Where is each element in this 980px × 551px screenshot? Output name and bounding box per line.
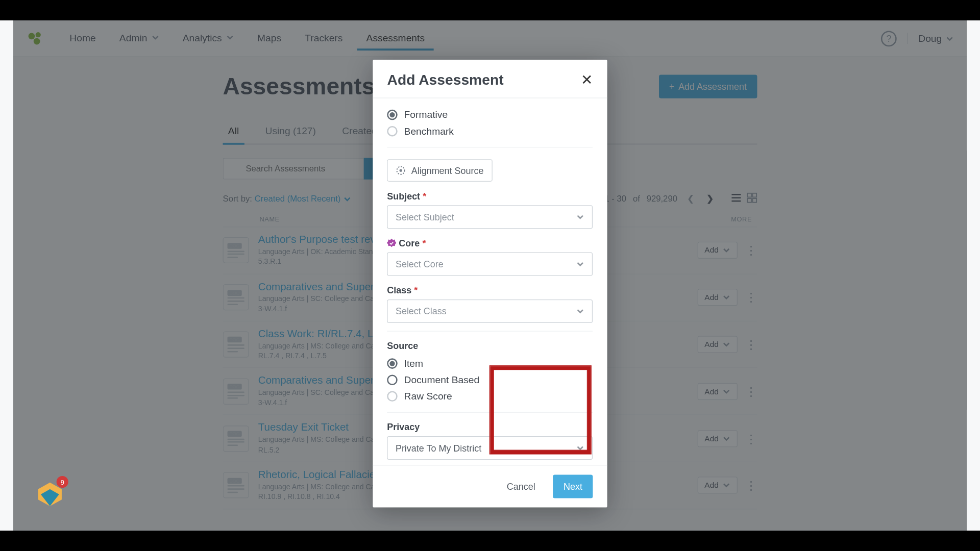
source-item-radio[interactable]: Item [387,355,593,371]
class-label: Class* [387,285,593,295]
radio-icon [387,109,398,120]
alignment-source-button[interactable]: Alignment Source [387,159,493,182]
close-icon[interactable]: ✕ [581,71,593,88]
class-select[interactable]: Select Class [387,299,593,323]
privacy-select[interactable]: Private To My District [387,436,593,460]
core-select[interactable]: Select Core [387,252,593,276]
add-assessment-modal: Add Assessment ✕ Formative Benchmark Ali… [373,60,607,508]
subject-label: Subject* [387,191,593,202]
chevron-down-icon [576,307,584,315]
verified-icon [387,238,397,247]
subject-select[interactable]: Select Subject [387,205,593,229]
assessment-type-section: Formative Benchmark [387,98,593,147]
privacy-section: Privacy Private To My District [387,413,593,465]
source-label: Source [387,340,593,351]
next-button[interactable]: Next [553,474,593,498]
source-document-radio[interactable]: Document Based [387,371,593,388]
source-section: Source Item Document Based Raw Score [387,331,593,412]
notification-widget[interactable]: 9 [36,480,64,509]
notification-badge: 9 [57,476,68,488]
core-label: Core* [387,238,593,248]
radio-icon [387,358,398,368]
alignment-section: Alignment Source Subject* Select Subject… [387,147,593,332]
radio-icon [387,374,398,385]
modal-title: Add Assessment [387,71,504,88]
privacy-label: Privacy [387,421,593,432]
type-formative-radio[interactable]: Formative [387,106,593,122]
type-benchmark-radio[interactable]: Benchmark [387,122,593,139]
chevron-down-icon [576,213,584,220]
target-icon [396,165,406,176]
radio-icon [387,126,398,136]
source-raw-radio[interactable]: Raw Score [387,388,593,404]
chevron-down-icon [576,444,584,452]
cancel-button[interactable]: Cancel [496,474,547,498]
radio-icon [387,391,398,402]
svg-point-13 [400,169,402,171]
chevron-down-icon [576,260,584,268]
